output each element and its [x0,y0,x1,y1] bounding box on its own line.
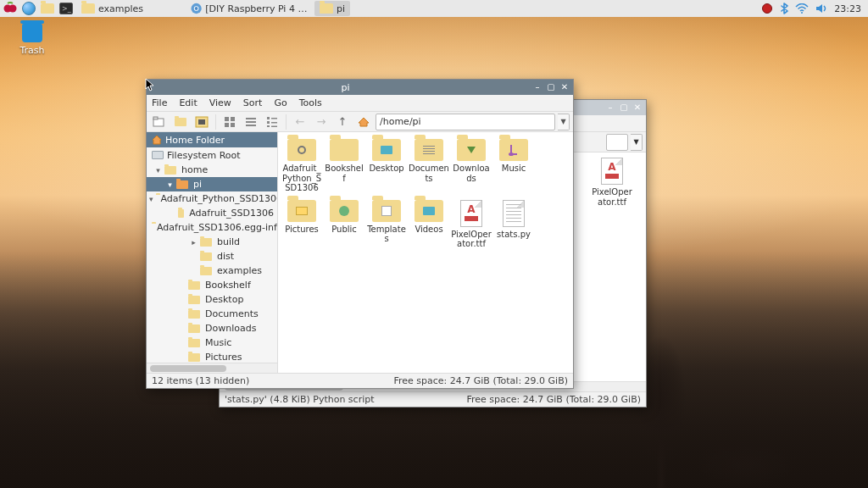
tree-row[interactable]: ▸build [147,235,277,249]
directory-tree[interactable]: ▾home▾pi▾Adafruit_Python_SSD1306Adafruit… [147,163,277,363]
file-view[interactable]: Adafruit_Python_SSD1306BookshelfDesktopD… [278,132,573,373]
trash-label: Trash [8,45,56,56]
tree-row[interactable]: Music [147,336,277,350]
svg-rect-20 [267,125,270,127]
tree-row[interactable]: Documents [147,307,277,321]
minimize-button[interactable]: – [605,103,615,113]
task-label: pi [337,3,345,14]
folder-icon [330,200,359,222]
menu-sort[interactable]: Sort [242,96,264,110]
svg-rect-16 [246,121,256,123]
tree-label: Documents [205,308,259,319]
wifi-icon[interactable] [795,3,809,14]
task-chromium[interactable]: [DIY Raspberry Pi 4 D... [186,1,313,16]
menu-tools[interactable]: Tools [298,96,324,110]
file-item[interactable]: Music [493,139,534,193]
tree-row[interactable]: Bookshelf [147,278,277,292]
tree-label: Bookshelf [205,280,251,291]
tree-row[interactable]: Desktop [147,292,277,307]
file-item[interactable]: Videos [409,200,449,249]
tree-label: Desktop [205,294,243,305]
file-item[interactable]: Pictures [281,200,322,249]
menu-edit[interactable]: Edit [177,96,198,110]
svg-rect-13 [225,123,229,127]
trash-desktop-icon[interactable]: Trash [8,24,56,56]
nav-home-button[interactable] [354,114,373,130]
tree-row[interactable]: Downloads [147,321,277,336]
address-dropdown[interactable]: ▼ [631,134,643,151]
file-label: Music [493,164,534,174]
close-button[interactable]: ✕ [632,103,643,113]
bluetooth-icon[interactable] [780,3,788,14]
svg-rect-11 [225,117,229,121]
browser-launcher[interactable] [20,1,37,16]
nav-up-button[interactable]: ↑ [333,114,352,130]
folder-icon [188,353,200,362]
expand-toggle[interactable]: ▾ [154,166,162,175]
tree-label: Downloads [205,323,256,334]
filemanager-window[interactable]: pi – ▢ ✕ File Edit View Sort Go Tools ← … [146,79,574,389]
menu-view[interactable]: View [208,96,233,110]
file-label: Pictures [281,225,322,235]
tree-hscrollbar[interactable] [147,363,277,373]
clock[interactable]: 23:23 [834,3,861,14]
file-item[interactable]: Bookshelf [324,139,364,193]
file-item[interactable]: Downloads [451,139,492,193]
tree-row[interactable]: dist [147,249,277,263]
task-filemanager[interactable]: pi [314,1,350,16]
file-item[interactable]: APixelOperator.ttf [451,200,492,249]
address-dropdown-button[interactable]: ▼ [558,114,570,130]
file-item[interactable]: stats.py [493,200,534,249]
new-tab-button[interactable] [150,114,169,130]
file-manager-launcher[interactable] [39,1,56,16]
tree-row[interactable]: Pictures [147,350,277,363]
tree-row[interactable]: ▾home [147,163,277,177]
file-item[interactable]: Templates [366,200,407,249]
new-terminal-button[interactable] [192,114,211,130]
close-button[interactable]: ✕ [559,82,570,92]
tree-label: examples [217,265,262,276]
place-root[interactable]: Filesystem Root [147,147,277,163]
file-item[interactable]: Desktop [366,139,407,193]
file-item[interactable]: A PixelOperator.ttf [592,158,632,207]
titlebar[interactable]: pi – ▢ ✕ [147,80,573,95]
tree-row[interactable]: Adafruit_SSD1306 [147,206,277,220]
folder-icon [188,281,200,290]
svg-point-6 [801,12,803,14]
view-compact-button[interactable] [263,114,281,130]
tree-label: Music [205,337,231,348]
tree-row[interactable]: examples [147,263,277,278]
nav-forward-button[interactable]: → [312,114,331,130]
file-item[interactable]: Documents [409,139,449,193]
maximize-button[interactable]: ▢ [546,82,556,92]
new-folder-button[interactable] [171,114,190,130]
folder-icon [200,238,212,247]
menu-go[interactable]: Go [272,96,288,110]
expand-toggle[interactable]: ▾ [149,195,153,203]
volume-icon[interactable] [815,3,827,14]
expand-toggle[interactable]: ▸ [190,238,198,247]
tree-row[interactable]: Adafruit_SSD1306.egg-info [147,220,277,235]
view-icons-button[interactable] [220,114,239,130]
nav-back-button[interactable]: ← [291,114,309,130]
statusbar-bg: 'stats.py' (4.8 KiB) Python script Free … [220,391,646,407]
record-icon[interactable] [761,3,773,14]
tree-row[interactable]: ▾pi [147,177,277,191]
start-menu-button[interactable] [2,1,19,16]
place-home[interactable]: Home Folder [147,132,277,147]
file-item[interactable]: Public [324,200,364,249]
minimize-button[interactable]: – [532,82,542,92]
view-list-button[interactable] [242,114,260,130]
file-label: Bookshelf [324,164,364,183]
maximize-button[interactable]: ▢ [619,103,629,113]
address-tail[interactable] [606,134,628,151]
folder-icon [176,180,188,189]
file-label: Adafruit_Python_SSD1306 [281,164,322,193]
address-bar[interactable]: /home/pi [376,114,555,130]
examples-launcher[interactable]: examples [76,1,148,16]
terminal-launcher[interactable]: >_ [58,1,75,16]
menu-file[interactable]: File [150,96,169,110]
expand-toggle[interactable]: ▾ [166,180,174,189]
tree-row[interactable]: ▾Adafruit_Python_SSD1306 [147,191,277,206]
file-item[interactable]: Adafruit_Python_SSD1306 [281,139,322,193]
